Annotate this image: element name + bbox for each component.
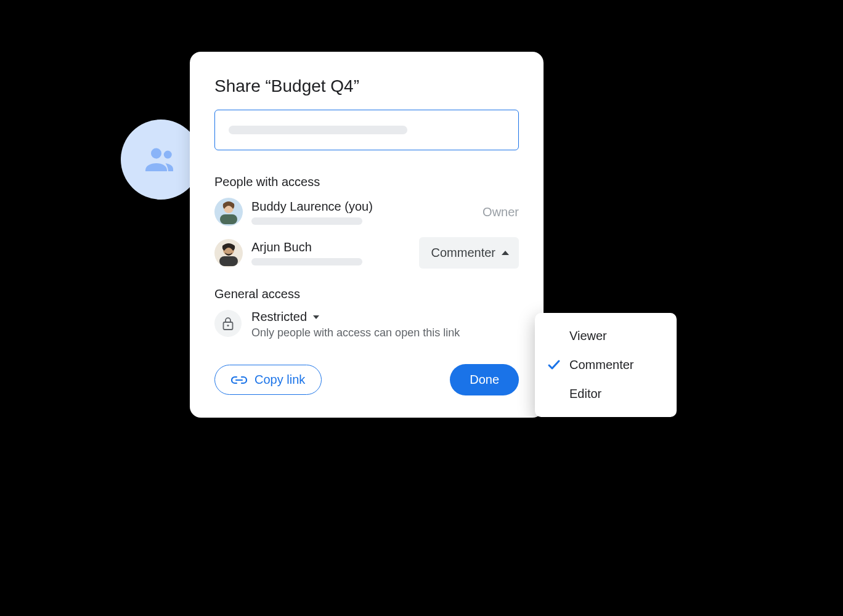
avatar <box>214 198 243 226</box>
general-access-mode-dropdown[interactable]: Restricted <box>251 310 460 324</box>
general-access-heading: General access <box>214 287 519 301</box>
copy-link-label: Copy link <box>255 373 305 387</box>
person-row-owner: Buddy Laurence (you) Owner <box>214 198 519 226</box>
roles-menu: Viewer Commenter Editor <box>535 313 677 417</box>
role-dropdown-label: Commenter <box>431 246 495 260</box>
check-icon <box>546 359 562 372</box>
roles-menu-item-label: Viewer <box>569 329 607 343</box>
link-icon <box>231 375 247 386</box>
role-label-owner: Owner <box>483 205 519 219</box>
svg-point-1 <box>164 151 172 159</box>
people-with-access-heading: People with access <box>214 175 519 189</box>
roles-menu-item-editor[interactable]: Editor <box>535 379 677 408</box>
roles-menu-item-commenter[interactable]: Commenter <box>535 351 677 379</box>
general-access-description: Only people with access can open this li… <box>251 326 460 339</box>
person-row: Arjun Buch Commenter <box>214 237 519 269</box>
svg-point-9 <box>227 325 229 326</box>
general-access-mode-label: Restricted <box>251 310 307 324</box>
people-icon-badge <box>121 120 201 200</box>
avatar <box>214 239 243 267</box>
lock-icon <box>214 310 242 337</box>
chevron-down-icon <box>313 315 319 319</box>
email-skeleton <box>251 217 362 225</box>
email-skeleton <box>251 258 362 265</box>
add-people-input[interactable] <box>214 110 519 150</box>
person-name: Arjun Buch <box>251 240 362 254</box>
chevron-up-icon <box>502 251 509 255</box>
role-dropdown[interactable]: Commenter <box>419 237 519 269</box>
check-icon-slot <box>546 330 562 343</box>
svg-rect-7 <box>219 256 238 266</box>
svg-point-0 <box>151 148 161 159</box>
general-access-row: Restricted Only people with access can o… <box>214 310 519 339</box>
input-placeholder-skeleton <box>229 126 407 134</box>
share-dialog: Share “Budget Q4” People with access Bud… <box>190 52 544 418</box>
svg-rect-4 <box>220 214 237 224</box>
roles-menu-item-viewer[interactable]: Viewer <box>535 322 677 351</box>
roles-menu-item-label: Editor <box>569 387 601 401</box>
dialog-title: Share “Budget Q4” <box>214 76 519 96</box>
copy-link-button[interactable]: Copy link <box>214 365 322 395</box>
roles-menu-item-label: Commenter <box>569 358 633 372</box>
person-name: Buddy Laurence (you) <box>251 200 373 214</box>
check-icon-slot <box>546 387 562 401</box>
done-label: Done <box>470 373 499 386</box>
done-button[interactable]: Done <box>450 364 519 395</box>
